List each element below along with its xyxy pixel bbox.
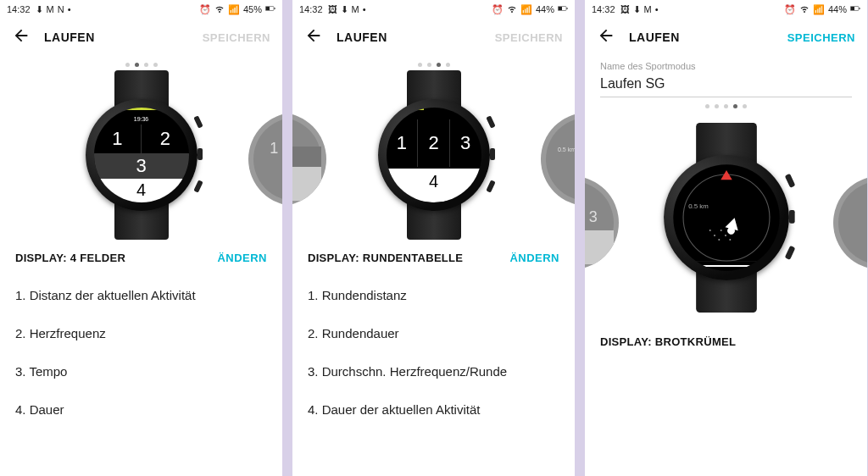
icon-generic: ⬇	[341, 4, 348, 15]
peek-field: 4	[292, 167, 321, 201]
display-header: DISPLAY: 4 FELDER ÄNDERN	[0, 240, 282, 273]
app-header: LAUFEN SPEICHERN	[0, 19, 282, 56]
watch-field-3: 3	[450, 119, 481, 167]
watch-peek-add[interactable]: +	[833, 176, 867, 269]
back-button[interactable]	[304, 26, 323, 48]
icon-generic: ⬇	[36, 4, 43, 15]
app-header: LAUFEN SPEICHERN	[292, 19, 575, 56]
alarm-icon: ⏰	[492, 4, 504, 15]
field-item[interactable]: 1. Rundendistanz	[308, 276, 559, 314]
status-right-icons: ⏰ 📶 44%	[784, 3, 860, 15]
field-item[interactable]: 3. Tempo	[15, 352, 267, 390]
icon-generic: N	[58, 4, 64, 14]
battery-percent: 44%	[536, 4, 554, 14]
field-item[interactable]: 4. Dauer der aktuellen Aktivität	[308, 390, 559, 429]
back-button[interactable]	[597, 26, 615, 48]
icon-generic: 🖼	[328, 4, 337, 14]
change-button[interactable]: ÄNDERN	[217, 252, 267, 264]
page-indicator	[0, 56, 282, 70]
screen-1: 14:32 ⬇ M N • ⏰ 📶 45% LAUFEN SPEICHERN	[0, 0, 282, 476]
back-button[interactable]	[12, 26, 31, 48]
icon-generic: ⬇	[633, 4, 641, 15]
sport-mode-name-block: Name des Sportmodus	[585, 56, 867, 97]
icon-generic: M	[352, 4, 359, 14]
alarm-icon: ⏰	[199, 4, 211, 15]
icon-more: •	[68, 4, 71, 14]
watch-carousel[interactable]: 3 4 1 2 3 4 0.5 km	[292, 70, 575, 240]
watch-field-2: 2	[418, 119, 450, 167]
fields-list: 1. Rundendistanz 2. Rundendauer 3. Durch…	[292, 273, 575, 432]
icon-more: •	[363, 4, 366, 14]
field-item[interactable]: 2. Rundendauer	[308, 314, 559, 352]
peek-field: 1	[253, 136, 282, 160]
peek-field: 3	[292, 147, 321, 167]
status-bar: 14:32 🖼 ⬇ M • ⏰ 📶 44%	[292, 0, 575, 19]
field-item[interactable]: 2. Herzfrequenz	[15, 314, 267, 352]
icon-generic: M	[47, 4, 54, 14]
save-button[interactable]: SPEICHERN	[495, 31, 563, 44]
watch-field-1: 1	[387, 119, 419, 167]
display-header: DISPLAY: RUNDENTABELLE ÄNDERN	[292, 240, 575, 273]
field-item[interactable]: 3. Durchschn. Herzfrequenz/Runde	[308, 352, 559, 390]
watch-peek-prev[interactable]: 2 3 4	[585, 176, 619, 269]
watch-preview: 0.5 km ⋱⋱	[655, 123, 798, 313]
watch-peek-prev[interactable]: 3 4	[292, 113, 326, 206]
app-header: LAUFEN SPEICHERN	[585, 19, 867, 56]
svg-rect-4	[559, 7, 563, 10]
name-field-label: Name des Sportmodus	[600, 61, 852, 71]
status-time: 14:32	[7, 4, 31, 14]
peek-distance: 0.5 km	[558, 147, 575, 152]
watch-field-3: 3	[94, 153, 189, 179]
icon-more: •	[655, 4, 659, 14]
watch-peek-next[interactable]: 1 2	[248, 113, 282, 206]
display-header: DISPLAY: BROTKRÜMEL	[585, 324, 867, 357]
save-button[interactable]: SPEICHERN	[787, 31, 855, 44]
wifi-icon	[214, 3, 225, 15]
field-item[interactable]: 4. Dauer	[15, 390, 267, 429]
page-title: LAUFEN	[629, 30, 680, 44]
icon-generic: M	[644, 4, 652, 14]
distance-label: 0.5 km	[688, 202, 709, 209]
change-button[interactable]: ÄNDERN	[509, 252, 559, 264]
icon-generic: 🖼	[620, 4, 630, 14]
status-right-icons: ⏰ 📶 44%	[492, 3, 568, 15]
status-left-icons: 🖼 ⬇ M •	[620, 4, 659, 15]
save-button[interactable]: SPEICHERN	[203, 31, 270, 44]
watch-field-2: 2	[142, 125, 189, 153]
north-indicator-icon	[721, 170, 732, 180]
page-indicator	[292, 56, 575, 70]
screen-2: 14:32 🖼 ⬇ M • ⏰ 📶 44% LAUFEN SPEICHERN 3…	[292, 0, 575, 476]
signal-icon: 📶	[228, 4, 240, 15]
fields-list: 1. Distanz der aktuellen Aktivität 2. He…	[0, 273, 282, 432]
field-item[interactable]: 1. Distanz der aktuellen Aktivität	[15, 276, 267, 314]
status-right-icons: ⏰ 📶 45%	[199, 3, 275, 15]
status-bar: 14:32 ⬇ M N • ⏰ 📶 45%	[0, 0, 282, 19]
watch-field-1: 1	[94, 125, 142, 153]
status-time: 14:32	[592, 4, 615, 14]
sport-mode-name-input[interactable]	[600, 73, 852, 97]
battery-icon	[558, 3, 568, 15]
status-bar: 14:32 🖼 ⬇ M • ⏰ 📶 44%	[585, 0, 867, 19]
status-left-icons: 🖼 ⬇ M •	[328, 4, 366, 15]
page-title: LAUFEN	[337, 30, 387, 44]
status-left-icons: ⬇ M N •	[36, 4, 71, 15]
page-title: LAUFEN	[44, 30, 95, 44]
signal-icon: 📶	[813, 4, 825, 15]
wifi-icon	[507, 3, 517, 15]
battery-percent: 45%	[243, 4, 262, 14]
watch-preview: 19:36 1 2 3 4	[78, 70, 205, 240]
battery-percent: 44%	[828, 4, 847, 14]
watch-carousel[interactable]: 19:36 1 2 3 4 1 2	[0, 70, 282, 240]
svg-rect-2	[275, 8, 275, 9]
watch-peek-next[interactable]: 0.5 km	[541, 113, 575, 206]
peek-field: 4	[585, 230, 614, 264]
battery-icon	[265, 3, 275, 15]
signal-icon: 📶	[520, 4, 532, 15]
watch-carousel[interactable]: 2 3 4 0.5 km ⋱⋱ +	[585, 112, 867, 324]
peek-field: 3	[585, 205, 614, 229]
watch-field-4: 4	[387, 169, 481, 202]
status-time: 14:32	[299, 4, 323, 14]
display-label: DISPLAY: 4 FELDER	[15, 252, 125, 264]
breadcrumb-trail-icon: ⋱⋱	[707, 227, 730, 242]
svg-rect-5	[567, 8, 568, 9]
